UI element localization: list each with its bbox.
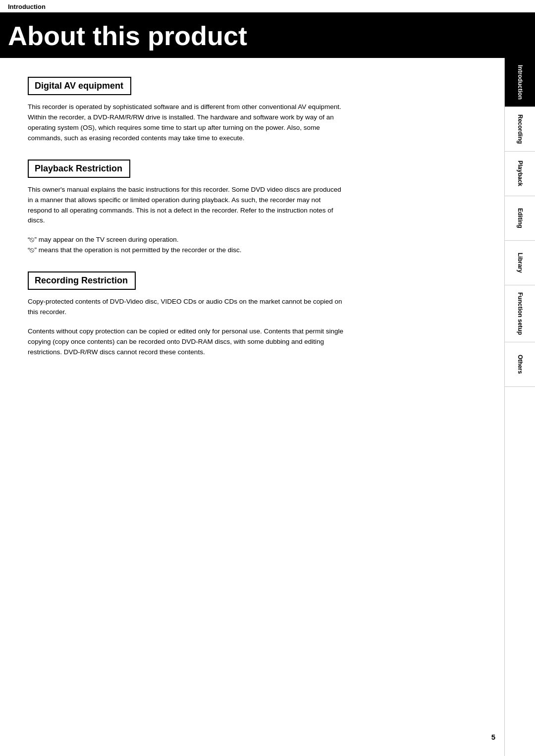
page-title: About this product [8,20,527,51]
sidebar-tab-playback[interactable]: Playback [505,152,535,196]
section-recording-restriction: Recording Restriction Copy-protected con… [28,271,484,358]
digital-av-heading: Digital AV equipment [35,81,123,91]
page-number: 5 [491,733,495,741]
sidebar-tab-library[interactable]: Library [505,241,535,285]
content-area: Digital AV equipment This recorder is op… [0,58,504,756]
playback-restriction-body-1: This owner's manual explains the basic i… [28,185,345,226]
digital-av-body: This recorder is operated by sophisticat… [28,102,345,144]
recording-restriction-heading: Recording Restriction [35,275,128,285]
sidebar-tab-editing[interactable]: Editing [505,196,535,241]
sidebar-tab-function-setup[interactable]: Function setup [505,285,535,342]
recording-restriction-body-2: Contents without copy protection can be … [28,326,345,358]
digital-av-heading-box: Digital AV equipment [28,77,131,95]
playback-restriction-heading: Playback Restriction [35,163,122,173]
playback-restriction-body-2: “⦸” may appear on the TV screen during o… [28,235,345,256]
main-content: Digital AV equipment This recorder is op… [0,58,535,756]
sidebar-tab-others[interactable]: Others [505,342,535,387]
recording-restriction-body-1: Copy-protected contents of DVD-Video dis… [28,297,345,318]
playback-restriction-heading-box: Playback Restriction [28,160,130,178]
sidebar-tab-introduction[interactable]: Introduction [505,58,535,107]
title-bar: About this product [0,13,535,58]
sidebar-tab-recording[interactable]: Recording [505,107,535,152]
top-bar-label: Introduction [8,3,46,10]
recording-restriction-heading-box: Recording Restriction [28,271,136,290]
top-bar: Introduction [0,0,535,13]
section-digital-av: Digital AV equipment This recorder is op… [28,77,484,144]
section-playback-restriction: Playback Restriction This owner's manual… [28,160,484,256]
right-sidebar: Introduction Recording Playback Editing … [504,58,535,756]
